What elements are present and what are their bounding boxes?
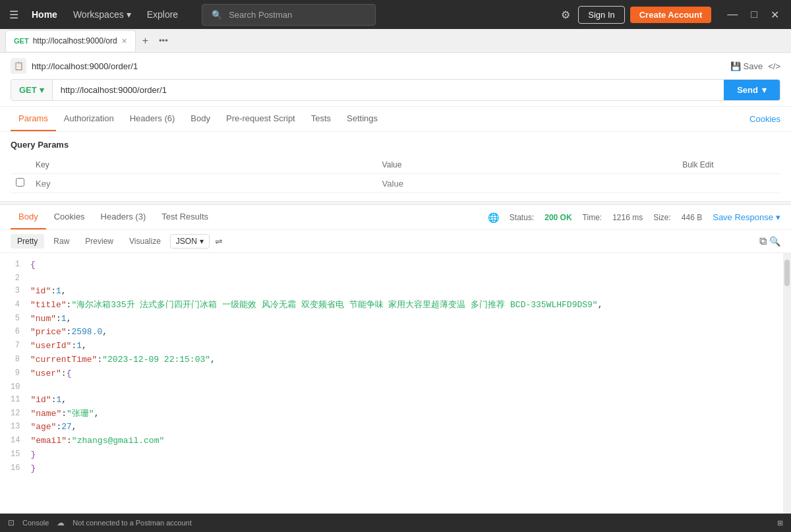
url-bar: GET ▾ Send ▾ [11, 79, 780, 101]
more-tabs-icon[interactable]: ••• [155, 34, 172, 47]
fmt-visualize[interactable]: Visualize [123, 234, 167, 249]
resp-tab-headers[interactable]: Headers (3) [93, 205, 154, 229]
scrollbar-track[interactable] [783, 253, 791, 532]
tab-prerequest[interactable]: Pre-request Script [218, 107, 303, 131]
status-value: 200 OK [544, 213, 571, 222]
value-input[interactable] [382, 179, 672, 189]
json-line: 15 } [11, 448, 780, 462]
globe-icon: 🌐 [488, 212, 499, 223]
time-label: Time: [583, 213, 602, 222]
response-status-bar: 🌐 Status: 200 OK Time: 1216 ms Size: 446… [488, 212, 780, 223]
json-line: 4"title": "海尔冰箱335升 法式多门四开门冰箱 一级能效 风冷无霜 … [11, 299, 780, 312]
request-url-display: http://localhost:9000/order/1 [32, 61, 725, 71]
json-line: 2 [11, 272, 780, 285]
status-label: Status: [510, 213, 534, 222]
table-row [11, 174, 780, 193]
json-line: 14 "email": "zhangs@gmail.com" [11, 434, 780, 448]
layout-icon[interactable]: ⊞ [777, 519, 783, 527]
filter-icon[interactable]: ⇌ [212, 235, 225, 248]
send-label: Send [737, 85, 758, 95]
request-tabs: Params Authorization Headers (6) Body Pr… [0, 107, 791, 132]
json-line: 11 "id": 1, [11, 394, 780, 407]
gear-icon[interactable]: ⚙ [558, 6, 573, 24]
add-tab-button[interactable]: + [138, 34, 152, 48]
tab-method: GET [14, 37, 29, 45]
tab-settings[interactable]: Settings [339, 107, 386, 131]
resp-tab-cookies[interactable]: Cookies [46, 205, 93, 229]
send-arrow-icon: ▾ [762, 85, 767, 95]
close-button[interactable]: ✕ [765, 7, 784, 22]
json-line: 3"id": 1, [11, 285, 780, 299]
tab-cookies-link[interactable]: Cookies [749, 107, 780, 131]
top-nav: ☰ Home Workspaces ▾ Explore 🔍 Search Pos… [0, 0, 791, 29]
json-line: 8"currentTime": "2023-12-09 22:15:03", [11, 353, 780, 367]
json-line: 10 [11, 381, 780, 394]
create-account-button[interactable]: Create Account [630, 7, 712, 23]
json-line: 13 "age": 27, [11, 421, 780, 434]
json-response-body: 1{23"id": 1,4"title": "海尔冰箱335升 法式多门四开门冰… [0, 253, 791, 532]
url-input[interactable] [53, 80, 724, 100]
nav-home[interactable]: Home [26, 7, 63, 22]
query-params-section: Query Params Key Value Bulk Edit [0, 132, 791, 201]
json-line: 7"userId": 1, [11, 340, 780, 353]
request-header-area: 📋 http://localhost:9000/order/1 💾 Save <… [0, 53, 791, 107]
tab-tests[interactable]: Tests [303, 107, 339, 131]
tab-authorization[interactable]: Authorization [56, 107, 122, 131]
query-params-title: Query Params [11, 140, 780, 150]
json-line: 5"num": 1, [11, 312, 780, 326]
json-content: 1{23"id": 1,4"title": "海尔冰箱335升 法式多门四开门冰… [11, 258, 780, 476]
time-value: 1216 ms [612, 213, 643, 222]
save-response-button[interactable]: Save Response ▾ [713, 212, 780, 222]
tab-url: http://localhost:9000/ord [33, 36, 117, 45]
console-label[interactable]: Console [22, 519, 49, 527]
window-controls: — □ ✕ [722, 7, 784, 22]
signin-button[interactable]: Sign In [578, 6, 624, 24]
params-table: Key Value Bulk Edit [11, 156, 780, 193]
console-icon: ⊡ [8, 518, 15, 527]
save-button[interactable]: 💾 Save [730, 61, 763, 71]
search-bar[interactable]: 🔍 Search Postman [202, 4, 376, 26]
method-label: GET [19, 85, 37, 95]
save-label: Save [744, 61, 763, 71]
json-line: 9"user": { [11, 367, 780, 381]
json-line: 16} [11, 462, 780, 476]
nav-workspaces[interactable]: Workspaces ▾ [68, 7, 136, 22]
format-bar: Pretty Raw Preview Visualize JSON ▾ ⇌ ⧉ … [0, 230, 791, 253]
tab-headers[interactable]: Headers (6) [122, 107, 183, 131]
tab-close-icon[interactable]: ✕ [121, 37, 127, 45]
fmt-pretty[interactable]: Pretty [11, 234, 44, 249]
method-select[interactable]: GET ▾ [11, 80, 53, 100]
check-header [11, 156, 30, 174]
request-tab[interactable]: GET http://localhost:9000/ord ✕ [5, 30, 136, 51]
save-response-arrow-icon: ▾ [776, 212, 780, 222]
code-button[interactable]: </> [768, 61, 780, 71]
nav-workspaces-label: Workspaces [73, 9, 124, 20]
key-input[interactable] [36, 179, 372, 189]
fmt-preview[interactable]: Preview [78, 234, 120, 249]
resp-tab-test-results[interactable]: Test Results [154, 205, 216, 229]
fmt-raw[interactable]: Raw [47, 234, 76, 249]
minimize-button[interactable]: — [722, 7, 743, 22]
copy-icon[interactable]: ⧉ [759, 235, 767, 247]
format-arrow-icon: ▾ [200, 237, 204, 246]
search-icon[interactable]: 🔍 [769, 236, 780, 247]
value-header: Value [377, 156, 678, 174]
format-label: JSON [176, 237, 197, 246]
nav-explore[interactable]: Explore [142, 7, 183, 22]
not-connected-label: Not connected to a Postman account [73, 519, 191, 527]
tab-bar: GET http://localhost:9000/ord ✕ + ••• [0, 29, 791, 53]
resp-tab-body[interactable]: Body [11, 205, 46, 229]
tab-body[interactable]: Body [183, 107, 218, 131]
send-button[interactable]: Send ▾ [724, 80, 780, 100]
menu-icon[interactable]: ☰ [7, 6, 21, 24]
maximize-button[interactable]: □ [746, 7, 763, 22]
size-label: Size: [653, 213, 671, 222]
json-line: 6"price": 2598.0, [11, 326, 780, 340]
bulk-edit-button[interactable]: Bulk Edit [677, 156, 780, 174]
tab-params[interactable]: Params [11, 107, 56, 131]
search-placeholder: Search Postman [229, 10, 292, 20]
row-checkbox[interactable] [16, 178, 24, 187]
scrollbar-thumb[interactable] [784, 260, 790, 286]
format-select[interactable]: JSON ▾ [170, 234, 210, 249]
save-response-label: Save Response [713, 212, 773, 222]
